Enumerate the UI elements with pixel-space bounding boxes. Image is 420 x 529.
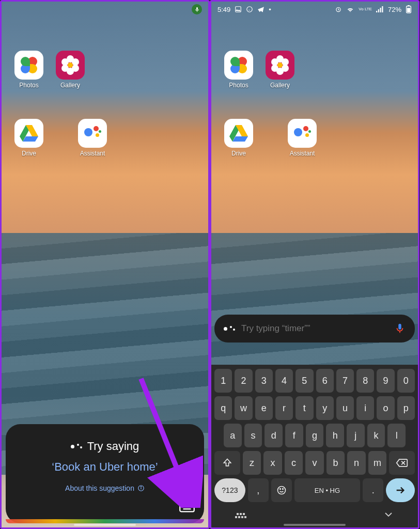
svg-rect-16: [376, 11, 377, 12]
key-r[interactable]: r: [275, 396, 293, 420]
key-z[interactable]: z: [243, 451, 261, 475]
key-i[interactable]: i: [356, 396, 374, 420]
key-t[interactable]: t: [295, 396, 313, 420]
key-c[interactable]: c: [285, 451, 303, 475]
nav-handle[interactable]: [284, 524, 346, 526]
key-backspace[interactable]: [389, 451, 415, 475]
svg-rect-29: [244, 516, 246, 518]
key-8[interactable]: 8: [356, 369, 374, 393]
key-w[interactable]: w: [235, 396, 252, 420]
key-q[interactable]: q: [214, 396, 232, 420]
key-4[interactable]: 4: [275, 369, 293, 393]
key-f[interactable]: f: [285, 424, 303, 447]
chevron-down-icon[interactable]: [383, 510, 394, 519]
key-k[interactable]: k: [367, 424, 385, 447]
status-battery-pct: 72%: [388, 6, 401, 13]
battery-icon: [406, 5, 412, 13]
key-x[interactable]: x: [263, 451, 282, 475]
status-bar: 5:49 • Vo LTE 72%: [211, 2, 418, 17]
alarm-icon: [335, 6, 342, 13]
key-space[interactable]: EN • HG: [294, 478, 361, 502]
svg-point-2: [141, 487, 141, 487]
app-photos[interactable]: Photos: [11, 51, 47, 89]
key-2[interactable]: 2: [235, 369, 252, 393]
key-h[interactable]: h: [326, 424, 344, 447]
key-b[interactable]: b: [326, 451, 345, 475]
svg-point-5: [182, 504, 183, 505]
phone-screen-right: 5:49 • Vo LTE 72% Photos: [210, 0, 419, 529]
svg-rect-28: [241, 516, 243, 518]
app-label: Gallery: [60, 82, 80, 89]
assistant-logo-icon: [71, 444, 82, 448]
app-label: Assistant: [80, 150, 105, 157]
nav-handle[interactable]: [74, 524, 136, 526]
key-symbols[interactable]: ?123: [214, 478, 245, 502]
key-j[interactable]: j: [347, 424, 365, 447]
key-d[interactable]: d: [265, 424, 283, 447]
key-p[interactable]: p: [397, 396, 415, 420]
key-3[interactable]: 3: [255, 369, 273, 393]
status-bar: [2, 2, 208, 17]
key-emoji[interactable]: [271, 478, 292, 502]
key-m[interactable]: m: [368, 451, 387, 475]
whatsapp-icon: [246, 6, 253, 13]
app-photos[interactable]: Photos: [221, 51, 257, 89]
app-label: Assistant: [290, 150, 315, 157]
key-s[interactable]: s: [244, 424, 262, 447]
svg-point-6: [184, 504, 185, 505]
app-label: Photos: [19, 82, 38, 89]
svg-rect-19: [382, 6, 383, 12]
assistant-logo-icon: [224, 326, 235, 331]
key-6[interactable]: 6: [316, 369, 334, 393]
svg-rect-30: [237, 513, 239, 515]
image-icon: [235, 6, 242, 13]
key-go[interactable]: [386, 478, 415, 502]
phone-screen-left: Photos Gallery Drive: [0, 0, 210, 529]
key-l[interactable]: l: [387, 424, 406, 447]
status-time: 5:49: [217, 6, 230, 13]
key-comma[interactable]: ,: [248, 478, 269, 502]
svg-point-10: [186, 506, 187, 507]
key-y[interactable]: y: [316, 396, 334, 420]
key-g[interactable]: g: [306, 424, 324, 447]
svg-rect-32: [243, 513, 245, 515]
svg-point-11: [189, 506, 190, 507]
key-n[interactable]: n: [347, 451, 366, 475]
key-shift[interactable]: [214, 451, 240, 475]
keyboard-button[interactable]: [179, 501, 195, 513]
svg-rect-22: [407, 8, 410, 12]
svg-point-14: [247, 7, 253, 12]
svg-rect-21: [408, 5, 410, 6]
key-period[interactable]: .: [363, 478, 383, 502]
key-a[interactable]: a: [224, 424, 242, 447]
signal-icon: [376, 6, 384, 13]
assistant-input-sheet: [214, 315, 415, 343]
assistant-text-input[interactable]: [241, 323, 388, 334]
key-v[interactable]: v: [305, 451, 324, 475]
mic-active-icon: [192, 4, 202, 14]
mic-icon[interactable]: [394, 323, 406, 334]
key-u[interactable]: u: [336, 396, 354, 420]
svg-rect-17: [378, 9, 379, 12]
key-5[interactable]: 5: [295, 369, 313, 393]
key-e[interactable]: e: [255, 396, 273, 420]
app-drive[interactable]: Drive: [11, 119, 47, 157]
key-1[interactable]: 1: [214, 369, 232, 393]
about-suggestion-link[interactable]: About this suggestion: [65, 484, 145, 492]
key-7[interactable]: 7: [336, 369, 354, 393]
info-icon: [137, 485, 145, 492]
app-grid: Photos Gallery Drive: [221, 51, 298, 157]
key-0[interactable]: 0: [397, 369, 415, 393]
keyboard-switch-icon[interactable]: [235, 510, 247, 520]
assistant-suggestion-text[interactable]: ‘Book an Uber home’: [52, 460, 158, 474]
svg-point-24: [279, 489, 281, 490]
app-label: Photos: [229, 82, 248, 89]
svg-point-8: [190, 504, 191, 505]
key-o[interactable]: o: [377, 396, 394, 420]
app-gallery[interactable]: Gallery: [262, 51, 298, 89]
app-gallery[interactable]: Gallery: [52, 51, 88, 89]
app-drive[interactable]: Drive: [221, 119, 257, 157]
svg-point-23: [277, 487, 285, 494]
key-9[interactable]: 9: [377, 369, 394, 393]
svg-point-9: [183, 506, 184, 507]
